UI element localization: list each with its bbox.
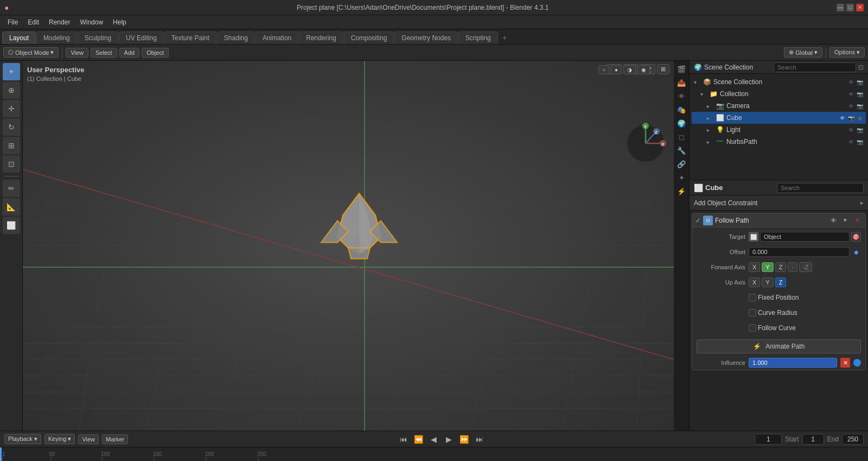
render-visibility-icon[interactable]: 📷	[856, 138, 864, 146]
frame-ruler[interactable]: 1 50 100 150 200 250	[0, 447, 868, 461]
add-workspace-button[interactable]: +	[499, 32, 511, 44]
menu-render[interactable]: Render	[44, 17, 74, 27]
shading-solid[interactable]: ●	[611, 65, 622, 74]
options-button[interactable]: Options ▾	[829, 47, 865, 58]
cursor-tool[interactable]: ⊕	[3, 81, 20, 99]
selected-object[interactable]	[305, 172, 413, 282]
play-button[interactable]: ▶	[443, 433, 455, 445]
render-visibility-icon[interactable]: 📷	[856, 126, 864, 134]
tab-compositing[interactable]: Compositing	[344, 31, 394, 44]
shading-rendered[interactable]: ◉	[637, 65, 650, 74]
visibility-icon[interactable]: 👁	[847, 90, 855, 98]
add-constraint-row[interactable]: Add Object Constraint ▸	[690, 195, 868, 211]
modifier-props-icon[interactable]: 🔧	[675, 144, 687, 156]
animate-path-button[interactable]: ⚡ Animate Path	[697, 339, 861, 353]
move-tool[interactable]: ✛	[3, 100, 20, 117]
tab-rendering[interactable]: Rendering	[299, 31, 343, 44]
tab-scripting[interactable]: Scripting	[458, 31, 498, 44]
list-item[interactable]: ▾ 📦 Scene Collection 👁 📷	[692, 76, 866, 88]
outliner-search-input[interactable]	[774, 62, 856, 72]
scene-props-icon[interactable]: 🎭	[675, 104, 687, 116]
list-item[interactable]: ▾ 📁 Collection 👁 📷	[692, 88, 866, 100]
tab-animation[interactable]: Animation	[256, 31, 298, 44]
render-props-icon[interactable]: 🎬	[675, 63, 687, 75]
axis-gizmo[interactable]: Y X Z	[625, 123, 666, 164]
close-button[interactable]: ✕	[856, 4, 864, 11]
add-cube-tool[interactable]: ⬜	[3, 217, 20, 234]
menu-file[interactable]: File	[3, 17, 22, 27]
jump-start-button[interactable]: ⏮	[398, 433, 410, 445]
visibility-icon[interactable]: 👁	[847, 138, 855, 146]
curve-radius-checkbox[interactable]	[749, 309, 756, 317]
visibility-icon[interactable]: 👁	[839, 114, 846, 122]
tab-texture-paint[interactable]: Texture Paint	[164, 31, 216, 44]
viewport-3d[interactable]: User Perspective (1) Collection | Cube	[23, 61, 674, 431]
playback-menu[interactable]: Playback ▾	[4, 434, 41, 444]
forward-axis-y[interactable]: Y	[762, 262, 773, 272]
up-axis-x[interactable]: X	[749, 277, 760, 287]
view-menu-button[interactable]: View	[66, 48, 88, 58]
forward-axis-x[interactable]: X	[749, 262, 760, 272]
render-visibility-icon[interactable]: 📷	[847, 114, 855, 122]
visibility-icon[interactable]: 👁	[847, 78, 855, 86]
forward-axis-neg[interactable]: -	[788, 262, 797, 272]
maximize-button[interactable]: □	[846, 4, 854, 11]
add-menu-button[interactable]: Add	[119, 48, 140, 58]
shading-wireframe[interactable]: ○	[598, 65, 609, 74]
select-tool[interactable]: ✦	[3, 63, 20, 80]
mode-selector[interactable]: ⬡ Object Mode ▾	[3, 47, 59, 58]
offset-keyframe-icon[interactable]: ◆	[851, 247, 861, 257]
visibility-icon[interactable]: 👁	[847, 102, 855, 110]
select-icon[interactable]: ◉	[856, 114, 864, 122]
next-keyframe-button[interactable]: ⏩	[458, 433, 470, 445]
constraint-eye-icon[interactable]: 👁	[828, 216, 838, 225]
start-frame-input[interactable]	[802, 434, 824, 445]
constraint-props-icon[interactable]: 🔗	[675, 158, 687, 170]
tab-layout[interactable]: Layout	[2, 31, 36, 44]
constraint-close-icon[interactable]: ✕	[852, 216, 862, 225]
view-menu[interactable]: View	[78, 434, 99, 444]
transform-tool[interactable]: ⊡	[3, 155, 20, 173]
offset-input[interactable]	[749, 247, 850, 257]
minimize-button[interactable]: —	[837, 4, 844, 11]
forward-axis-z[interactable]: Z	[775, 262, 787, 272]
rotate-tool[interactable]: ↻	[3, 118, 20, 136]
end-frame-input[interactable]	[842, 434, 864, 445]
object-props-icon[interactable]: ◻	[675, 131, 687, 143]
marker-menu[interactable]: Marker	[102, 434, 128, 444]
render-visibility-icon[interactable]: 📷	[856, 78, 864, 86]
tab-sculpting[interactable]: Sculpting	[78, 31, 118, 44]
up-axis-y[interactable]: Y	[762, 277, 773, 287]
global-transform-button[interactable]: ⊕ Global ▾	[784, 47, 822, 58]
keying-menu[interactable]: Keying ▾	[44, 434, 75, 444]
constraint-enable-checkbox[interactable]: ✓	[695, 217, 701, 224]
tab-modeling[interactable]: Modeling	[36, 31, 77, 44]
particle-props-icon[interactable]: ✦	[675, 172, 687, 184]
view-layer-props-icon[interactable]: 👁	[675, 90, 687, 102]
tab-geometry-nodes[interactable]: Geometry Nodes	[394, 31, 458, 44]
properties-search-input[interactable]	[777, 183, 864, 193]
list-item[interactable]: ▸ 📷 Camera 👁 📷	[692, 100, 866, 112]
prev-keyframe-button[interactable]: ⏪	[413, 433, 425, 445]
target-picker-icon[interactable]: 🎯	[851, 232, 861, 242]
render-visibility-icon[interactable]: 📷	[856, 90, 864, 98]
constraint-dropdown-icon[interactable]: ▾	[840, 216, 850, 225]
viewport-grid-button[interactable]: ⊞	[657, 64, 669, 74]
render-visibility-icon[interactable]: 📷	[856, 102, 864, 110]
up-axis-z[interactable]: Z	[775, 277, 787, 287]
menu-help[interactable]: Help	[108, 17, 131, 27]
visibility-icon[interactable]: 👁	[847, 126, 855, 134]
target-input[interactable]	[760, 232, 850, 242]
forward-axis-neg-z[interactable]: -Z	[799, 262, 812, 272]
scale-tool[interactable]: ⊞	[3, 137, 20, 154]
current-frame-input[interactable]	[755, 434, 782, 445]
follow-curve-checkbox[interactable]	[749, 324, 756, 332]
world-props-icon[interactable]: 🌍	[675, 117, 687, 129]
annotate-tool[interactable]: ✏	[3, 180, 20, 197]
influence-input[interactable]	[749, 358, 837, 368]
menu-window[interactable]: Window	[75, 17, 107, 27]
influence-keyframe-dot[interactable]	[853, 359, 861, 367]
select-menu-button[interactable]: Select	[91, 48, 117, 58]
measure-tool[interactable]: 📐	[3, 198, 20, 216]
output-props-icon[interactable]: 📤	[675, 77, 687, 89]
